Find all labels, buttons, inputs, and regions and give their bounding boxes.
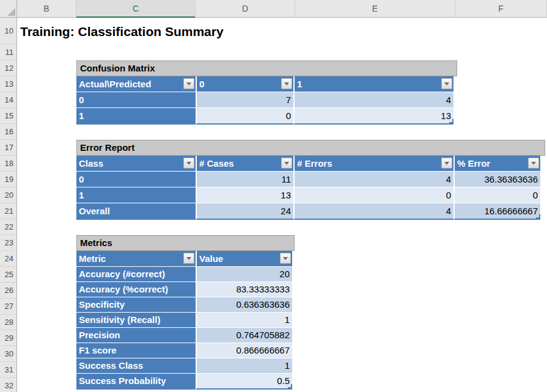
table-row: Success Probability 0.5	[76, 374, 295, 390]
filter-dropdown-button[interactable]	[441, 158, 452, 169]
row-header-12[interactable]: 12	[0, 60, 17, 76]
header-cell-metric[interactable]: Metric	[76, 251, 196, 267]
row-header-30[interactable]: 30	[0, 346, 17, 362]
row-header-31[interactable]: 31	[0, 362, 17, 378]
row-header-29[interactable]: 29	[0, 330, 17, 346]
row-label-cell[interactable]: 1	[76, 108, 196, 125]
value-cell[interactable]: 4	[293, 203, 453, 220]
spreadsheet-window: B C D E F 10 11 12 13 14 15 16 17 18 19 …	[0, 0, 547, 392]
column-header-d[interactable]: D	[196, 0, 295, 17]
row-label-cell[interactable]: Precision	[76, 328, 196, 343]
value-cell[interactable]: 20	[196, 267, 292, 282]
row-label-cell[interactable]: 1	[76, 187, 196, 203]
filter-dropdown-button[interactable]	[183, 78, 194, 89]
error-report-table: Error Report Class # Cases # Errors % Er…	[76, 140, 545, 220]
value-cell[interactable]: 0	[196, 108, 293, 125]
row-label-cell[interactable]: 0	[76, 172, 196, 187]
header-cell-predicted-0[interactable]: 0	[196, 76, 293, 92]
value-cell[interactable]: 4	[293, 92, 453, 108]
value-cell[interactable]: 0	[293, 187, 453, 203]
header-label: Value	[199, 253, 223, 264]
filter-dropdown-button[interactable]	[183, 158, 194, 169]
column-header-c-selected[interactable]: C	[76, 0, 196, 17]
row-header-27[interactable]: 27	[0, 299, 17, 314]
header-cell-class[interactable]: Class	[76, 156, 196, 172]
error-report-title-cell[interactable]: Error Report	[76, 140, 545, 156]
filter-dropdown-button[interactable]	[280, 253, 291, 264]
select-all-button[interactable]	[0, 0, 17, 17]
filter-dropdown-button[interactable]	[528, 158, 539, 169]
value-cell[interactable]: 13	[196, 187, 293, 203]
row-header-32[interactable]: 32	[0, 378, 17, 392]
filter-dropdown-button[interactable]	[183, 253, 194, 264]
value-cell[interactable]: 0.636363636	[196, 297, 292, 313]
value-cell[interactable]: 7	[196, 92, 293, 108]
row-header-24[interactable]: 24	[0, 251, 17, 267]
row-header-15[interactable]: 15	[0, 108, 17, 124]
column-header-b[interactable]: B	[17, 0, 76, 17]
value-cell[interactable]: 1	[196, 313, 292, 328]
header-label: Actual\Predicted	[79, 79, 151, 89]
table-row: Accuracy (#correct) 20	[76, 267, 295, 282]
row-header-17[interactable]: 17	[0, 140, 17, 156]
table-resize-handle[interactable]	[288, 384, 292, 388]
page-title[interactable]: Training: Classification Summary	[20, 18, 224, 45]
value-cell[interactable]: 36.36363636	[453, 172, 540, 187]
confusion-matrix-title-cell[interactable]: Confusion Matrix	[76, 60, 457, 76]
metrics-header-row: Metric Value	[76, 251, 295, 267]
value-cell[interactable]: 0.764705882	[196, 328, 292, 343]
table-resize-handle[interactable]	[536, 214, 540, 219]
row-label-cell[interactable]: Accuracy (#correct)	[76, 267, 196, 282]
chevron-down-icon	[186, 82, 191, 85]
header-cell-value[interactable]: Value	[196, 251, 292, 267]
header-cell-cases[interactable]: # Cases	[196, 156, 293, 172]
header-cell-predicted-1[interactable]: 1	[293, 76, 453, 92]
row-label-cell[interactable]: Sensitivity (Recall)	[76, 313, 196, 328]
row-label-cell[interactable]: Accuracy (%correct)	[76, 282, 196, 297]
filter-dropdown-button[interactable]	[281, 78, 292, 89]
filter-dropdown-button[interactable]	[441, 78, 452, 89]
row-header-22[interactable]: 22	[0, 219, 17, 235]
row-header-13[interactable]: 13	[0, 76, 17, 92]
row-label-cell[interactable]: Success Class	[76, 358, 196, 374]
filter-dropdown-button[interactable]	[281, 158, 292, 169]
metrics-title-cell[interactable]: Metrics	[76, 235, 295, 251]
row-label-cell[interactable]: Specificity	[76, 297, 196, 313]
row-header-19[interactable]: 19	[0, 172, 17, 187]
value-cell[interactable]: 83.33333333	[196, 282, 292, 297]
row-header-14[interactable]: 14	[0, 92, 17, 108]
header-cell-errors[interactable]: # Errors	[293, 156, 453, 172]
value-cell[interactable]: 0.866666667	[196, 343, 292, 358]
row-header-11[interactable]: 11	[0, 45, 17, 60]
table-row: 0 7 4	[76, 92, 457, 108]
row-header-16[interactable]: 16	[0, 124, 17, 140]
row-header-18[interactable]: 18	[0, 156, 17, 172]
row-header-23[interactable]: 23	[0, 235, 17, 251]
table-resize-handle[interactable]	[449, 119, 453, 123]
column-header-f[interactable]: F	[455, 0, 547, 17]
value-cell[interactable]: 11	[196, 172, 293, 187]
row-label-cell[interactable]: Overall	[76, 203, 196, 220]
row-label-cell[interactable]: Success Probability	[76, 374, 196, 390]
value-cell[interactable]: 24	[196, 203, 293, 220]
row-header-21[interactable]: 21	[0, 203, 17, 219]
header-cell-pct-error[interactable]: % Error	[453, 156, 540, 172]
table-row: Precision 0.764705882	[76, 328, 295, 343]
value-cell[interactable]: 1	[196, 358, 292, 374]
row-label-cell[interactable]: F1 score	[76, 343, 196, 358]
header-cell-actual-predicted[interactable]: Actual\Predicted	[76, 76, 196, 92]
row-header-20[interactable]: 20	[0, 187, 17, 203]
value-cell[interactable]: 16.66666667	[453, 203, 540, 220]
value-cell[interactable]: 13	[293, 108, 453, 125]
header-label: Metric	[79, 253, 106, 264]
row-header-26[interactable]: 26	[0, 283, 17, 299]
row-header-25[interactable]: 25	[0, 267, 17, 283]
value-cell[interactable]: 0	[453, 187, 540, 203]
row-label-cell[interactable]: 0	[76, 92, 196, 108]
row-header-28[interactable]: 28	[0, 314, 17, 330]
row-header-10[interactable]: 10	[0, 18, 17, 45]
value-cell[interactable]: 0.5	[196, 374, 292, 390]
header-label: % Error	[457, 158, 490, 169]
value-cell[interactable]: 4	[293, 172, 453, 187]
column-header-e[interactable]: E	[295, 0, 455, 17]
